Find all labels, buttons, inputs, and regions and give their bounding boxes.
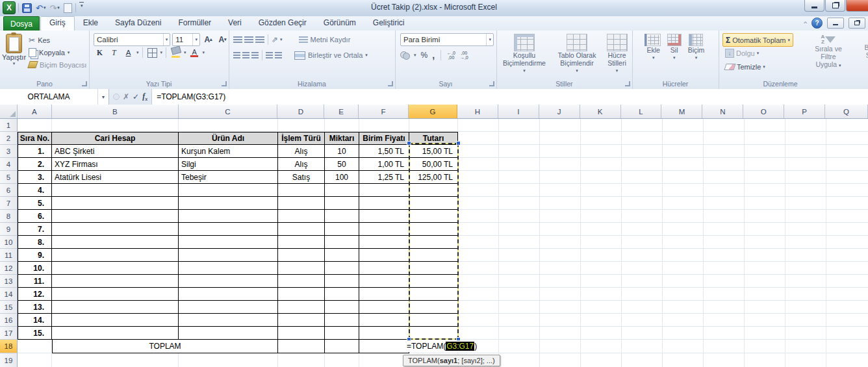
- cell-E19[interactable]: [325, 353, 359, 367]
- cell-K17[interactable]: [581, 327, 622, 340]
- cell-P15[interactable]: [785, 301, 826, 314]
- cell-N10[interactable]: [704, 236, 745, 249]
- cell-M17[interactable]: [663, 327, 704, 340]
- row-header-13[interactable]: 13: [0, 275, 18, 288]
- minimize-button[interactable]: [804, 0, 824, 12]
- cell-C14[interactable]: [179, 288, 278, 301]
- cell-M10[interactable]: [663, 236, 704, 249]
- enter-icon[interactable]: ✓: [133, 92, 139, 101]
- cell-I8[interactable]: [499, 210, 540, 223]
- dialog-launcher-icon[interactable]: [489, 81, 494, 86]
- cell-B16[interactable]: [52, 314, 179, 327]
- cell-F16[interactable]: [359, 314, 409, 327]
- cell-L6[interactable]: [622, 184, 663, 197]
- cell-I1[interactable]: [499, 119, 540, 132]
- cell-Q11[interactable]: [826, 249, 868, 262]
- cell-M3[interactable]: [663, 145, 704, 158]
- cell-D5[interactable]: Satış: [278, 171, 325, 184]
- cell-D17[interactable]: [278, 327, 325, 340]
- cell-J1[interactable]: [540, 119, 581, 132]
- column-header-N[interactable]: N: [702, 105, 743, 118]
- cell-E14[interactable]: [325, 288, 359, 301]
- cell-C2[interactable]: Ürün Adı: [179, 132, 278, 145]
- cell-Q14[interactable]: [826, 288, 868, 301]
- cell-J6[interactable]: [540, 184, 581, 197]
- cell-B13[interactable]: [52, 275, 179, 288]
- excel-logo-icon[interactable]: X: [3, 1, 16, 14]
- align-middle-icon[interactable]: [244, 36, 253, 43]
- cell-Q18[interactable]: [826, 340, 868, 353]
- cell-G11[interactable]: [409, 249, 458, 262]
- column-header-E[interactable]: E: [324, 105, 359, 118]
- cell-O11[interactable]: [745, 249, 785, 262]
- cancel-icon[interactable]: ✗: [123, 92, 129, 101]
- cell-O6[interactable]: [745, 184, 785, 197]
- cell-N13[interactable]: [704, 275, 745, 288]
- cell-F1[interactable]: [359, 119, 409, 132]
- cell-F17[interactable]: [359, 327, 409, 340]
- cell-L17[interactable]: [622, 327, 663, 340]
- cell-E1[interactable]: [325, 119, 359, 132]
- cell-G5[interactable]: 125,00 TL: [409, 171, 458, 184]
- cell-A17[interactable]: 15.: [18, 327, 52, 340]
- row-header-18[interactable]: 18: [0, 340, 18, 353]
- column-header-P[interactable]: P: [784, 105, 825, 118]
- cell-B12[interactable]: [52, 262, 179, 275]
- borders-button[interactable]: [146, 47, 159, 58]
- cell-H11[interactable]: [458, 249, 499, 262]
- cell-D14[interactable]: [278, 288, 325, 301]
- cell-O3[interactable]: [745, 145, 785, 158]
- cell-K11[interactable]: [581, 249, 622, 262]
- cell-M9[interactable]: [663, 223, 704, 236]
- cell-C11[interactable]: [179, 249, 278, 262]
- cell-K3[interactable]: [581, 145, 622, 158]
- shrink-font-button[interactable]: A▾: [216, 34, 229, 45]
- cell-J8[interactable]: [540, 210, 581, 223]
- cell-F3[interactable]: 1,50 TL: [359, 145, 409, 158]
- cell-O17[interactable]: [745, 327, 785, 340]
- cell-K16[interactable]: [581, 314, 622, 327]
- column-header-O[interactable]: O: [743, 105, 784, 118]
- formula-bar-splitter[interactable]: [113, 94, 120, 100]
- cell-F2[interactable]: Birim Fiyatı: [359, 132, 409, 145]
- cell-O2[interactable]: [745, 132, 785, 145]
- cell-P2[interactable]: [785, 132, 826, 145]
- cell-G8[interactable]: [409, 210, 458, 223]
- cell-H8[interactable]: [458, 210, 499, 223]
- row-header-4[interactable]: 4: [0, 158, 18, 171]
- cell-P19[interactable]: [785, 353, 826, 367]
- cell-M18[interactable]: [663, 340, 704, 353]
- dialog-launcher-icon[interactable]: [222, 81, 227, 86]
- cell-H16[interactable]: [458, 314, 499, 327]
- cell-J3[interactable]: [540, 145, 581, 158]
- wrap-text-button[interactable]: Metni Kaydır: [299, 36, 351, 44]
- column-header-C[interactable]: C: [179, 105, 278, 118]
- cell-H2[interactable]: [458, 132, 499, 145]
- cell-N16[interactable]: [704, 314, 745, 327]
- format-painter-button[interactable]: Biçim Boyacısı: [26, 58, 89, 71]
- cell-B14[interactable]: [52, 288, 179, 301]
- cell-P6[interactable]: [785, 184, 826, 197]
- cell-H3[interactable]: [458, 145, 499, 158]
- cell-L3[interactable]: [622, 145, 663, 158]
- bold-button[interactable]: K: [94, 47, 106, 58]
- cell-Q2[interactable]: [826, 132, 868, 145]
- autosum-button[interactable]: Σ Otomatik Toplam ▾: [722, 33, 793, 47]
- column-header-Q[interactable]: Q: [825, 105, 868, 118]
- font-color-button[interactable]: A: [188, 47, 201, 58]
- cell-F10[interactable]: [359, 236, 409, 249]
- dialog-launcher-icon[interactable]: [388, 81, 393, 86]
- cell-G14[interactable]: [409, 288, 458, 301]
- font-size-combo[interactable]: 11▾: [172, 33, 200, 46]
- cell-E3[interactable]: 10: [325, 145, 359, 158]
- cell-A6[interactable]: 4.: [18, 184, 52, 197]
- cell-D16[interactable]: [278, 314, 325, 327]
- cell-I10[interactable]: [499, 236, 540, 249]
- cell-N17[interactable]: [704, 327, 745, 340]
- cell-I7[interactable]: [499, 197, 540, 210]
- decrease-indent-icon[interactable]: [266, 52, 273, 58]
- cell-E17[interactable]: [325, 327, 359, 340]
- name-box[interactable]: ORTALAMA ▼: [0, 89, 109, 105]
- cell-K14[interactable]: [581, 288, 622, 301]
- cell-A4[interactable]: 2.: [18, 158, 52, 171]
